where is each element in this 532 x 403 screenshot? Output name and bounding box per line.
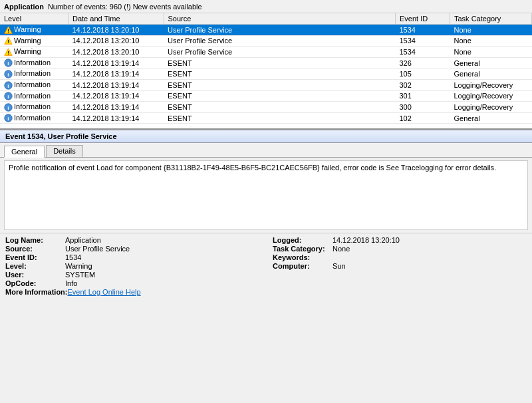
warning-icon: ! bbox=[4, 48, 13, 57]
prop-event-id-value: 1534 bbox=[65, 253, 81, 261]
properties-section: Log Name: Application Source: User Profi… bbox=[0, 233, 532, 299]
col-header-taskcategory[interactable]: Task Category bbox=[450, 13, 532, 25]
cell-source: ESENT bbox=[164, 90, 396, 102]
prop-user: User: SYSTEM bbox=[5, 271, 259, 279]
prop-event-id-label: Event ID: bbox=[5, 253, 65, 261]
info-icon: i bbox=[4, 92, 13, 100]
cell-level: !Warning bbox=[0, 47, 68, 58]
cell-source: ESENT bbox=[164, 112, 396, 124]
tab-details[interactable]: Details bbox=[46, 145, 83, 157]
prop-source-label: Source: bbox=[5, 245, 65, 253]
prop-logged-label: Logged: bbox=[273, 236, 332, 244]
cell-level: iInformation bbox=[0, 68, 68, 80]
prop-level-value: Warning bbox=[65, 262, 92, 270]
cell-source: User Profile Service bbox=[164, 35, 396, 47]
props-left: Log Name: Application Source: User Profi… bbox=[5, 236, 266, 297]
table-row[interactable]: iInformation14.12.2018 13:19:14ESENT326G… bbox=[0, 57, 532, 68]
prop-log-name: Log Name: Application bbox=[5, 236, 259, 244]
cell-taskcategory: General bbox=[450, 112, 532, 124]
cell-eventid: 301 bbox=[396, 90, 450, 102]
cell-eventid: 302 bbox=[396, 79, 450, 90]
prop-opcode: OpCode: Info bbox=[5, 279, 259, 287]
prop-opcode-label: OpCode: bbox=[5, 279, 65, 287]
event-log-online-help-link[interactable]: Event Log Online Help bbox=[68, 288, 141, 296]
cell-taskcategory: Logging/Recovery bbox=[450, 79, 532, 90]
cell-source: ESENT bbox=[164, 68, 396, 80]
detail-message-text: Profile notification of event Load for c… bbox=[9, 164, 496, 172]
cell-datetime: 14.12.2018 13:19:14 bbox=[68, 90, 164, 102]
detail-tabs: General Details bbox=[0, 143, 532, 158]
col-header-source[interactable]: Source bbox=[164, 13, 396, 25]
svg-text:i: i bbox=[7, 82, 9, 88]
prop-user-label: User: bbox=[5, 271, 65, 279]
cell-eventid: 105 bbox=[396, 68, 450, 80]
table-row[interactable]: iInformation14.12.2018 13:19:14ESENT102G… bbox=[0, 112, 532, 124]
cell-source: ESENT bbox=[164, 79, 396, 90]
cell-level: !Warning bbox=[0, 35, 68, 47]
info-icon: i bbox=[4, 59, 13, 67]
table-header-row: Level Date and Time Source Event ID Task… bbox=[0, 13, 532, 25]
detail-title: Event 1534, User Profile Service bbox=[5, 132, 117, 140]
cell-eventid: 1534 bbox=[396, 25, 450, 36]
cell-datetime: 14.12.2018 13:20:10 bbox=[68, 35, 164, 47]
cell-taskcategory: None bbox=[450, 25, 532, 36]
col-header-level[interactable]: Level bbox=[0, 13, 68, 25]
cell-source: ESENT bbox=[164, 57, 396, 68]
prop-more-info-label: More Information: bbox=[5, 288, 68, 296]
col-header-eventid[interactable]: Event ID bbox=[396, 13, 450, 25]
prop-level-label: Level: bbox=[5, 262, 65, 270]
prop-opcode-value: Info bbox=[65, 279, 77, 287]
event-table: Level Date and Time Source Event ID Task… bbox=[0, 13, 532, 124]
cell-source: User Profile Service bbox=[164, 47, 396, 58]
prop-task-category-label: Task Category: bbox=[273, 245, 332, 253]
cell-level: iInformation bbox=[0, 112, 68, 124]
cell-taskcategory: Logging/Recovery bbox=[450, 102, 532, 113]
cell-level: iInformation bbox=[0, 90, 68, 102]
cell-level: iInformation bbox=[0, 79, 68, 90]
tab-general[interactable]: General bbox=[4, 146, 45, 158]
app-title: Application bbox=[4, 3, 44, 11]
cell-datetime: 14.12.2018 13:20:10 bbox=[68, 47, 164, 58]
cell-source: User Profile Service bbox=[164, 25, 396, 36]
cell-eventid: 300 bbox=[396, 102, 450, 113]
event-table-body: !Warning14.12.2018 13:20:10User Profile … bbox=[0, 25, 532, 124]
info-icon: i bbox=[4, 103, 13, 112]
cell-datetime: 14.12.2018 13:19:14 bbox=[68, 102, 164, 113]
cell-eventid: 326 bbox=[396, 57, 450, 68]
table-row[interactable]: iInformation14.12.2018 13:19:14ESENT105G… bbox=[0, 68, 532, 80]
table-row[interactable]: !Warning14.12.2018 13:20:10User Profile … bbox=[0, 35, 532, 47]
svg-text:i: i bbox=[7, 72, 9, 78]
cell-datetime: 14.12.2018 13:19:14 bbox=[68, 79, 164, 90]
prop-computer-label: Computer: bbox=[273, 262, 332, 270]
cell-source: ESENT bbox=[164, 102, 396, 113]
svg-text:i: i bbox=[7, 105, 9, 111]
detail-message-box: Profile notification of event Load for c… bbox=[4, 160, 528, 230]
info-icon: i bbox=[4, 70, 13, 78]
svg-text:!: ! bbox=[7, 28, 9, 34]
info-icon: i bbox=[4, 114, 13, 122]
col-header-datetime[interactable]: Date and Time bbox=[68, 13, 164, 25]
table-row[interactable]: !Warning14.12.2018 13:20:10User Profile … bbox=[0, 47, 532, 58]
table-row[interactable]: iInformation14.12.2018 13:19:14ESENT302L… bbox=[0, 79, 532, 90]
prop-log-name-value: Application bbox=[65, 236, 101, 244]
cell-taskcategory: General bbox=[450, 57, 532, 68]
table-row[interactable]: iInformation14.12.2018 13:19:14ESENT300L… bbox=[0, 102, 532, 113]
cell-level: iInformation bbox=[0, 102, 68, 113]
prop-more-info: More Information: Event Log Online Help bbox=[5, 288, 259, 296]
prop-user-value: SYSTEM bbox=[65, 271, 95, 279]
prop-logged-value: 14.12.2018 13:20:10 bbox=[332, 236, 400, 244]
svg-text:i: i bbox=[7, 116, 9, 122]
prop-source: Source: User Profile Service bbox=[5, 245, 259, 253]
table-row[interactable]: iInformation14.12.2018 13:19:14ESENT301L… bbox=[0, 90, 532, 102]
prop-task-category-value: None bbox=[332, 245, 350, 253]
prop-computer-value: Sun bbox=[332, 262, 346, 270]
cell-level: iInformation bbox=[0, 57, 68, 68]
table-row[interactable]: !Warning14.12.2018 13:20:10User Profile … bbox=[0, 25, 532, 36]
prop-logged: Logged: 14.12.2018 13:20:10 bbox=[273, 236, 527, 244]
prop-keywords-label: Keywords: bbox=[273, 253, 332, 261]
props-right: Logged: 14.12.2018 13:20:10 Task Categor… bbox=[266, 236, 527, 297]
prop-computer: Computer: Sun bbox=[273, 262, 527, 270]
prop-task-category: Task Category: None bbox=[273, 245, 527, 253]
svg-text:i: i bbox=[7, 61, 9, 67]
cell-eventid: 1534 bbox=[396, 47, 450, 58]
